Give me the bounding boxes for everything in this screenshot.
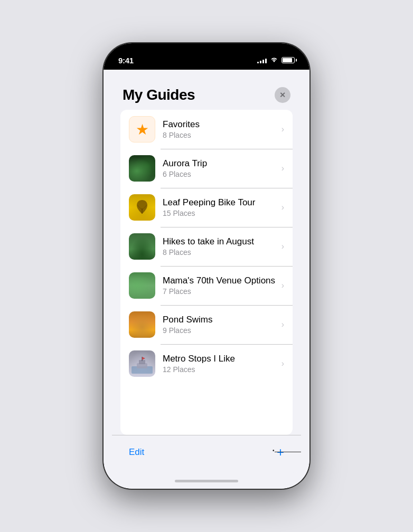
item-places: 7 Places [163,287,277,296]
chevron-right-icon: › [281,203,284,212]
item-icon-favorites: ★ [129,116,155,142]
item-text: Aurora Trip 6 Places [163,158,277,178]
item-text: Mama's 70th Venue Options 7 Places [163,276,277,296]
home-bar [175,480,238,482]
item-text: Metro Stops I Like 12 Places [163,354,277,374]
battery-icon [281,57,295,63]
list-item[interactable]: Pond Swims 9 Places › [120,305,293,344]
item-text: Pond Swims 9 Places [163,315,277,335]
item-icon-venue [129,272,155,299]
edit-button[interactable]: Edit [129,447,144,458]
close-icon: ✕ [279,91,286,99]
status-time: 9:41 [118,56,134,65]
list-item[interactable]: Aurora Trip 6 Places › [120,149,293,188]
phone-frame: 9:41 [104,43,309,489]
list-item[interactable]: Mama's 70th Venue Options 7 Places › [120,266,293,305]
bottom-bar: Edit + Crea una guida ai luoghi di inter… [112,435,301,473]
chevron-right-icon: › [281,125,284,134]
item-places: 6 Places [163,170,277,178]
item-name: Hikes to take in August [163,236,277,247]
item-icon-aurora [129,155,155,182]
item-name: Favorites [163,119,277,130]
wifi-icon [270,56,278,64]
chevron-right-icon: › [281,281,284,290]
star-icon: ★ [136,121,149,138]
chevron-right-icon: › [281,242,284,251]
item-name: Aurora Trip [163,158,277,169]
chevron-right-icon: › [281,320,284,329]
svg-marker-4 [142,357,145,360]
item-icon-metro [129,350,155,377]
dynamic-island [175,50,238,68]
content-area: My Guides ✕ ★ Favorites 8 Places [104,70,309,473]
modal-title: My Guides [123,87,195,103]
item-places: 9 Places [163,326,277,335]
list-item[interactable]: Leaf Peeping Bike Tour 15 Places › [120,188,293,227]
close-button[interactable]: ✕ [275,87,290,103]
item-places: 15 Places [163,209,277,217]
list-item[interactable]: Metro Stops I Like 12 Places › [120,344,293,383]
modal-header: My Guides ✕ [112,76,301,110]
list-item[interactable]: Hikes to take in August 8 Places › [120,227,293,266]
list-item[interactable]: ★ Favorites 8 Places › [120,110,293,149]
phone-screen: 9:41 [104,43,309,489]
home-indicator [104,473,309,489]
status-icons [257,56,295,64]
item-icon-leaf [129,194,155,221]
add-button-area: + Crea una guida ai luoghi di interesse. [277,446,284,459]
item-text: Favorites 8 Places [163,119,277,139]
item-name: Mama's 70th Venue Options [163,276,277,286]
item-name: Pond Swims [163,315,277,325]
item-text: Hikes to take in August 8 Places [163,236,277,256]
guides-list[interactable]: ★ Favorites 8 Places › [120,110,293,435]
modal-sheet: My Guides ✕ ★ Favorites 8 Places [112,76,301,473]
item-places: 12 Places [163,365,277,374]
annotation-line [275,452,301,452]
chevron-right-icon: › [281,359,284,368]
item-icon-pond [129,311,155,338]
item-icon-hikes [129,233,155,260]
item-places: 8 Places [163,248,277,256]
annotation-area: Crea una guida ai luoghi di interesse. [275,442,301,461]
item-name: Metro Stops I Like [163,354,277,364]
item-places: 8 Places [163,131,277,139]
item-name: Leaf Peeping Bike Tour [163,197,277,208]
signal-bars-icon [257,57,267,63]
item-text: Leaf Peeping Bike Tour 15 Places [163,197,277,217]
chevron-right-icon: › [281,164,284,173]
